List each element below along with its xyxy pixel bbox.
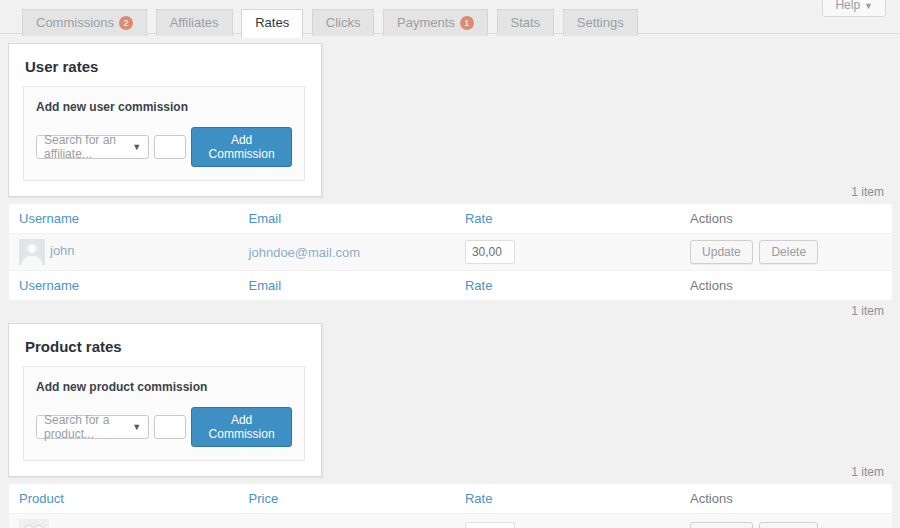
actions-header: Actions <box>680 484 892 514</box>
table-row: Happy Ninja 18,00€ Update Delete <box>9 514 892 528</box>
product-select[interactable]: Search for a product... ▼ <box>36 415 149 439</box>
product-rates-panel: Product rates Add new product commission… <box>8 323 322 477</box>
email-link[interactable]: johndoe@mail.com <box>249 245 360 260</box>
tab-affiliates[interactable]: Affiliates <box>156 9 233 36</box>
sort-price-link[interactable]: Price <box>249 491 279 506</box>
username-link[interactable]: john <box>50 243 75 258</box>
chevron-down-icon: ▼ <box>132 422 141 432</box>
product-thumbnail-tshirt-icon <box>19 519 49 528</box>
sort-username-link[interactable]: Username <box>19 211 79 226</box>
user-rate-edit-input[interactable] <box>465 240 515 264</box>
add-user-commission-button[interactable]: Add Commission <box>191 127 292 167</box>
product-table-header-row: Product Price Rate Actions <box>9 484 892 514</box>
product-table-item-count-top: 1 item <box>0 465 884 479</box>
sort-rate-link[interactable]: Rate <box>465 278 492 293</box>
tab-label: Clicks <box>326 15 361 30</box>
user-table-item-count-top: 1 item <box>0 185 884 199</box>
user-table-header-row: Username Email Rate Actions <box>9 204 892 234</box>
add-product-commission-button[interactable]: Add Commission <box>191 407 292 447</box>
tab-clicks[interactable]: Clicks <box>312 9 375 36</box>
user-table-item-count-bottom: 1 item <box>0 304 884 318</box>
affiliate-select[interactable]: Search for an affiliate... ▼ <box>36 135 149 159</box>
commissions-count-badge: 2 <box>119 16 133 30</box>
tab-settings[interactable]: Settings <box>563 9 638 36</box>
user-avatar <box>19 239 45 265</box>
tab-label: Affiliates <box>170 15 219 30</box>
chevron-down-icon: ▼ <box>132 142 141 152</box>
tab-payments[interactable]: Payments1 <box>383 9 488 36</box>
help-button[interactable]: Help▼ <box>822 0 886 17</box>
sort-rate-link[interactable]: Rate <box>465 491 492 506</box>
product-rates-table: Product Price Rate Actions Happy Ninja 1… <box>9 484 892 528</box>
tab-bar: Commissions2 Affiliates Rates Clicks Pay… <box>0 0 900 34</box>
actions-header: Actions <box>680 204 892 234</box>
update-button[interactable]: Update <box>690 522 753 528</box>
help-label: Help <box>835 0 860 12</box>
tab-commissions[interactable]: Commissions2 <box>22 9 147 36</box>
sort-email-link[interactable]: Email <box>249 211 282 226</box>
user-rate-input[interactable] <box>154 135 186 159</box>
delete-button[interactable]: Delete <box>759 522 818 528</box>
tab-label: Stats <box>511 15 541 30</box>
sort-product-link[interactable]: Product <box>19 491 64 506</box>
tab-stats[interactable]: Stats <box>497 9 555 36</box>
product-rate-edit-input[interactable] <box>465 522 515 528</box>
product-select-placeholder: Search for a product... <box>44 413 128 441</box>
sort-rate-link[interactable]: Rate <box>465 211 492 226</box>
sort-email-link[interactable]: Email <box>249 278 282 293</box>
add-product-commission-label: Add new product commission <box>36 380 292 394</box>
add-product-commission-box: Add new product commission Search for a … <box>23 366 305 461</box>
sort-username-link[interactable]: Username <box>19 278 79 293</box>
affiliate-select-placeholder: Search for an affiliate... <box>44 133 128 161</box>
tab-rates[interactable]: Rates <box>241 9 303 38</box>
actions-header: Actions <box>680 271 892 301</box>
user-rates-table: Username Email Rate Actions john johndoe… <box>9 204 892 300</box>
payments-count-badge: 1 <box>460 16 474 30</box>
tab-label: Settings <box>577 15 624 30</box>
tab-label: Commissions <box>36 15 114 30</box>
product-rates-title: Product rates <box>25 338 305 355</box>
product-rate-input[interactable] <box>154 415 186 439</box>
add-user-commission-box: Add new user commission Search for an af… <box>23 86 305 181</box>
chevron-down-icon: ▼ <box>864 1 873 11</box>
update-button[interactable]: Update <box>690 240 753 264</box>
tab-label: Rates <box>255 15 289 30</box>
user-rates-title: User rates <box>25 58 305 75</box>
tab-label: Payments <box>397 15 455 30</box>
user-rates-panel: User rates Add new user commission Searc… <box>8 43 322 197</box>
table-row: john johndoe@mail.com Update Delete <box>9 234 892 271</box>
add-user-commission-label: Add new user commission <box>36 100 292 114</box>
user-table-footer-row: Username Email Rate Actions <box>9 271 892 301</box>
delete-button[interactable]: Delete <box>759 240 818 264</box>
